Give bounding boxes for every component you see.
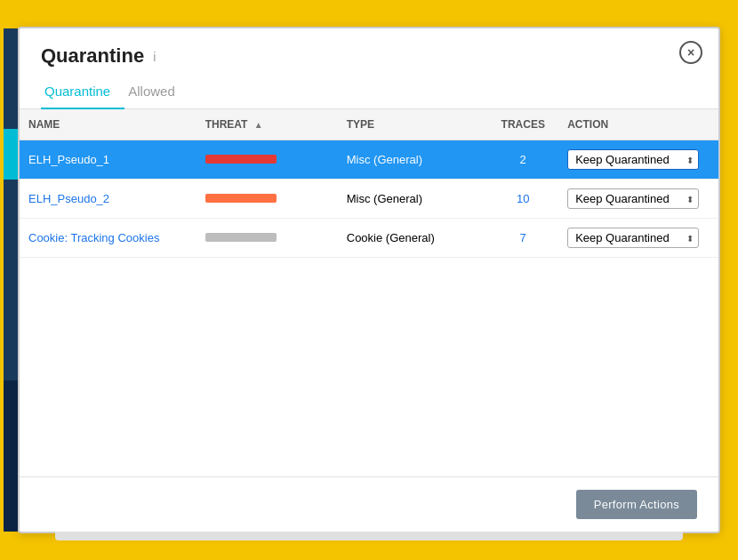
table-row[interactable]: Cookie: Tracking CookiesCookie (General)… xyxy=(20,219,718,258)
action-select-wrap: Keep QuarantinedDeleteRestore xyxy=(567,149,699,170)
quarantine-table-container: NAME THREAT ▲ TYPE TRACES ACTION xyxy=(20,109,718,476)
col-header-type: TYPE xyxy=(338,109,488,140)
threat-bar xyxy=(205,194,277,203)
action-select[interactable]: Keep QuarantinedDeleteRestore xyxy=(567,188,699,209)
table-row[interactable]: ELH_Pseudo_2Misc (General)10Keep Quarant… xyxy=(20,180,718,219)
action-select[interactable]: Keep QuarantinedDeleteRestore xyxy=(567,228,699,248)
table-row[interactable]: ELH_Pseudo_1Misc (General)2Keep Quaranti… xyxy=(20,140,718,180)
col-header-action: ACTION xyxy=(558,109,718,140)
item-type: Misc (General) xyxy=(338,140,488,180)
traces-link[interactable]: 10 xyxy=(517,192,529,205)
close-button[interactable]: × xyxy=(679,41,702,64)
item-type: Misc (General) xyxy=(338,180,488,219)
tab-quarantine[interactable]: Quarantine xyxy=(41,76,124,109)
action-select[interactable]: Keep QuarantinedDeleteRestore xyxy=(567,149,699,170)
tab-allowed[interactable]: Allowed xyxy=(124,76,189,109)
action-select-wrap: Keep QuarantinedDeleteRestore xyxy=(567,188,699,209)
tab-bar: Quarantine Allowed xyxy=(20,76,718,109)
quarantine-dialog: Quarantine i × Quarantine Allowed NAME T… xyxy=(18,27,720,533)
dialog-footer: Perform Actions xyxy=(20,476,718,532)
dialog-title: Quarantine xyxy=(41,44,144,68)
quarantine-table: NAME THREAT ▲ TYPE TRACES ACTION xyxy=(20,109,718,258)
col-header-name: NAME xyxy=(20,109,197,140)
col-header-traces: TRACES xyxy=(487,109,558,140)
item-type: Cookie (General) xyxy=(338,219,488,258)
traces-link[interactable]: 2 xyxy=(520,153,526,166)
dialog-header: Quarantine i × xyxy=(20,28,718,76)
item-name-link[interactable]: ELH_Pseudo_2 xyxy=(28,192,109,205)
info-icon[interactable]: i xyxy=(153,50,156,64)
perform-actions-button[interactable]: Perform Actions xyxy=(576,490,697,519)
traces-link[interactable]: 7 xyxy=(520,231,526,244)
item-name-link[interactable]: ELH_Pseudo_1 xyxy=(28,153,109,166)
bottom-accent-bar xyxy=(55,532,683,540)
sort-icon: ▲ xyxy=(254,120,263,130)
action-select-wrap: Keep QuarantinedDeleteRestore xyxy=(567,228,699,248)
threat-bar xyxy=(205,233,277,242)
col-header-threat[interactable]: THREAT ▲ xyxy=(197,109,338,140)
threat-bar xyxy=(205,155,277,164)
item-name-link[interactable]: Cookie: Tracking Cookies xyxy=(28,231,159,244)
left-accent-bar xyxy=(4,28,18,532)
